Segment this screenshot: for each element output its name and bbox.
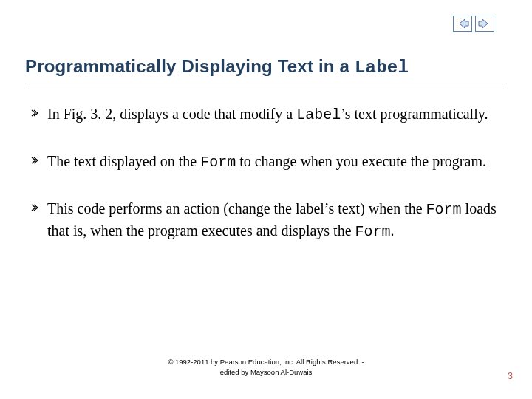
nav-arrows (452, 15, 495, 33)
footer-line-2: edited by Maysoon Al-Duwais (220, 368, 313, 376)
footer-line-1: © 1992-2011 by Pearson Education, Inc. A… (168, 358, 364, 366)
copyright-footer: © 1992-2011 by Pearson Education, Inc. A… (0, 357, 532, 377)
prev-button[interactable] (452, 15, 473, 33)
bullet-marker-icon (31, 103, 47, 124)
slide-title: Programmatically Displaying Text in a La… (25, 56, 409, 78)
bullet-list: In Fig. 3. 2, displays a code that modif… (31, 103, 498, 267)
title-underline (25, 83, 507, 83)
text-span: In Fig. 3. 2, displays a code that modif… (47, 106, 296, 122)
next-button[interactable] (474, 15, 495, 33)
bullet-text: The text displayed on the Form to change… (47, 151, 498, 173)
title-prefix: Programmatically Displaying Text in a (25, 56, 355, 76)
bullet-text: In Fig. 3. 2, displays a code that modif… (47, 103, 498, 126)
text-span: This code performs an action (change the… (47, 200, 426, 216)
code-span: Form (426, 201, 462, 218)
text-span: The text displayed on the (47, 153, 200, 169)
bullet-text: This code performs an action (change the… (47, 198, 498, 242)
code-span: Form (200, 154, 236, 171)
bullet-item: The text displayed on the Form to change… (31, 151, 498, 173)
code-span: Label (296, 106, 341, 123)
text-span: . (391, 222, 395, 239)
page-number: 3 (508, 371, 513, 381)
bullet-item: This code performs an action (change the… (31, 198, 498, 242)
text-span: ’s text programmatically. (341, 106, 488, 122)
code-span: Form (355, 223, 391, 240)
arrow-right-icon (475, 16, 494, 32)
title-code-word: Label (355, 58, 409, 78)
bullet-item: In Fig. 3. 2, displays a code that modif… (31, 103, 498, 126)
bullet-marker-icon (31, 198, 47, 219)
arrow-left-icon (453, 16, 472, 32)
text-span: to change when you execute the program. (236, 153, 486, 169)
bullet-marker-icon (31, 151, 47, 171)
